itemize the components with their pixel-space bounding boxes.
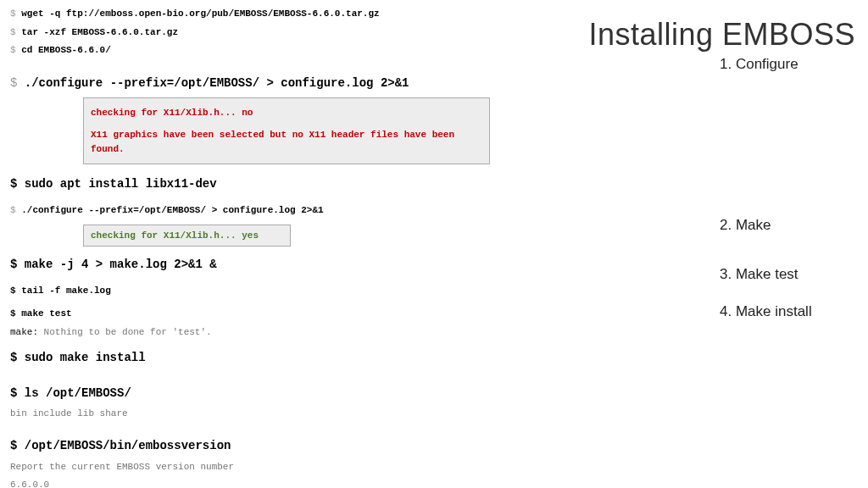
error-box: checking for X11/Xlib.h... no X11 graphi… (83, 97, 490, 165)
make-test-output: make: Nothing to be done for 'test'. (10, 325, 553, 340)
out-prefix: make: (10, 327, 38, 337)
cmd-text: wget -q ftp://emboss.open-bio.org/pub/EM… (21, 8, 379, 19)
cmd-wget: $ wget -q ftp://emboss.open-bio.org/pub/… (10, 7, 553, 21)
ls-output: bin include lib share (10, 407, 553, 421)
cmd-text: ./configure --prefix=/opt/EMBOSS/ > conf… (21, 205, 323, 215)
error-line: checking for X11/Xlib.h... no (91, 106, 482, 120)
cmd-make-test: $ make test (10, 307, 553, 321)
version-output-1: Report the current EMBOSS version number (10, 460, 553, 474)
cmd-make: $ make -j 4 > make.log 2>&1 & (10, 255, 553, 274)
cmd-ls: $ ls /opt/EMBOSS/ (10, 384, 553, 402)
prompt: $ (10, 45, 21, 55)
cmd-text: $ make test (10, 308, 72, 319)
cmd-make-install: $ sudo make install (10, 348, 553, 367)
out-text: Nothing to be done for 'test'. (38, 327, 212, 337)
cmd-apt-install: $ sudo apt install libx11-dev (10, 175, 553, 193)
cmd-text: cd EMBOSS-6.6.0/ (21, 45, 111, 55)
cmd-configure-1: $ ./configure --prefix=/opt/EMBOSS/ > co… (10, 74, 553, 92)
cmd-tail: $ tail -f make.log (10, 284, 553, 298)
step-make-test: 3. Make test (720, 266, 855, 283)
prompt: $ (10, 27, 21, 37)
cmd-embossversion: $ /opt/EMBOSS/bin/embossversion (10, 436, 553, 455)
version-output-2: 6.6.0.0 (10, 478, 553, 488)
prompt: $ (10, 205, 21, 215)
step-make: 2. Make (720, 217, 855, 234)
terminal-content: $ wget -q ftp://emboss.open-bio.org/pub/… (10, 7, 553, 488)
prompt: $ (10, 8, 21, 19)
success-box: checking for X11/Xlib.h... yes (83, 225, 291, 247)
cmd-text: tar -xzf EMBOSS-6.6.0.tar.gz (21, 27, 178, 37)
cmd-tar: $ tar -xzf EMBOSS-6.6.0.tar.gz (10, 25, 553, 40)
prompt: $ (10, 76, 25, 90)
cmd-text: ./configure --prefix=/opt/EMBOSS/ > conf… (25, 76, 409, 90)
page-title: Installing EMBOSS (559, 17, 855, 53)
step-make-install: 4. Make install (720, 303, 855, 320)
error-line: X11 graphics have been selected but no X… (91, 128, 482, 156)
slide-outline: Installing EMBOSS 1. Configure 2. Make 3… (559, 17, 855, 320)
cmd-cd: $ cd EMBOSS-6.6.0/ (10, 43, 553, 58)
step-configure: 1. Configure (720, 56, 855, 73)
cmd-configure-2: $ ./configure --prefix=/opt/EMBOSS/ > co… (10, 203, 553, 218)
